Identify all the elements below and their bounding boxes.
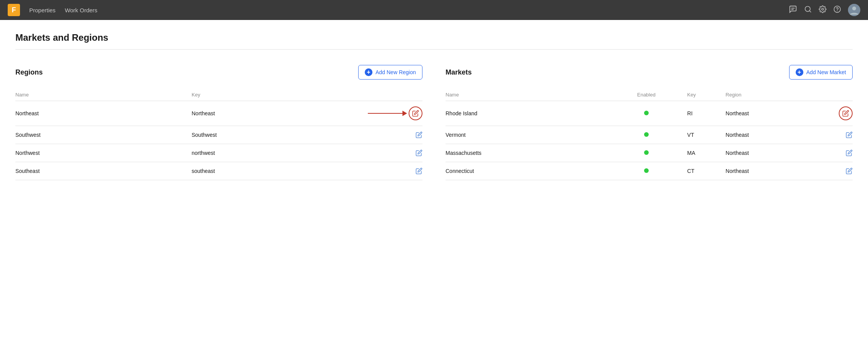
regions-column: Regions + Add New Region Name Key Northe… bbox=[15, 65, 422, 180]
add-new-market-button[interactable]: + Add New Market bbox=[789, 65, 853, 80]
edit-icon[interactable] bbox=[416, 149, 422, 156]
add-market-label: Add New Market bbox=[806, 69, 846, 75]
markets-section-header: Markets + Add New Market bbox=[446, 65, 853, 80]
table-row: Northwestnorthwest bbox=[15, 144, 422, 162]
page-title: Markets and Regions bbox=[15, 32, 853, 43]
edit-icon-highlighted[interactable] bbox=[839, 106, 853, 120]
status-dot bbox=[644, 111, 649, 115]
table-row: NortheastNortheast bbox=[15, 101, 422, 126]
arrow-line bbox=[368, 113, 402, 114]
region-name: Northwest bbox=[15, 144, 192, 162]
market-region: Northeast bbox=[726, 144, 830, 162]
market-region: Northeast bbox=[726, 162, 830, 180]
markets-col-enabled: Enabled bbox=[606, 89, 687, 101]
market-key: MA bbox=[687, 144, 726, 162]
edit-icon-highlighted[interactable] bbox=[409, 106, 422, 120]
market-key: CT bbox=[687, 162, 726, 180]
add-market-plus-icon: + bbox=[796, 68, 803, 76]
nav-work-orders[interactable]: Work Orders bbox=[65, 7, 97, 13]
region-name: Southwest bbox=[15, 126, 192, 144]
arrow-annotation bbox=[368, 111, 409, 116]
market-edit-cell bbox=[830, 144, 853, 162]
market-name: Massachusetts bbox=[446, 144, 606, 162]
regions-section-header: Regions + Add New Region bbox=[15, 65, 422, 80]
svg-point-4 bbox=[852, 7, 856, 10]
page-content: Markets and Regions Regions + Add New Re… bbox=[0, 20, 868, 342]
edit-icon[interactable] bbox=[846, 168, 853, 174]
add-region-plus-icon: + bbox=[365, 68, 372, 76]
region-name: Southeast bbox=[15, 162, 192, 180]
market-key: RI bbox=[687, 101, 726, 126]
market-name: Vermont bbox=[446, 126, 606, 144]
region-key: northwest bbox=[192, 144, 368, 162]
region-key: Southwest bbox=[192, 126, 368, 144]
edit-icon[interactable] bbox=[846, 149, 853, 156]
market-edit-cell bbox=[830, 101, 853, 126]
regions-col-key: Key bbox=[192, 89, 368, 101]
market-edit-cell bbox=[830, 126, 853, 144]
markets-col-region: Region bbox=[726, 89, 830, 101]
market-key: VT bbox=[687, 126, 726, 144]
top-navigation: F Properties Work Orders bbox=[0, 0, 868, 20]
market-enabled bbox=[606, 126, 687, 144]
markets-title: Markets bbox=[446, 68, 472, 76]
help-icon[interactable] bbox=[833, 5, 841, 15]
regions-title: Regions bbox=[15, 68, 43, 76]
search-icon[interactable] bbox=[804, 5, 812, 15]
table-row: ConnecticutCTNortheast bbox=[446, 162, 853, 180]
avatar[interactable] bbox=[848, 4, 860, 16]
settings-icon[interactable] bbox=[819, 5, 826, 15]
market-enabled bbox=[606, 101, 687, 126]
table-row: MassachusettsMANortheast bbox=[446, 144, 853, 162]
markets-col-key: Key bbox=[687, 89, 726, 101]
add-region-label: Add New Region bbox=[376, 69, 416, 75]
table-row: VermontVTNortheast bbox=[446, 126, 853, 144]
app-logo: F bbox=[8, 4, 20, 16]
status-dot bbox=[644, 168, 649, 173]
table-row: Rhode IslandRINortheast bbox=[446, 101, 853, 126]
market-edit-cell bbox=[830, 162, 853, 180]
region-key: Northeast bbox=[192, 101, 368, 126]
markets-table: Name Enabled Key Region Rhode IslandRINo… bbox=[446, 89, 853, 180]
two-column-layout: Regions + Add New Region Name Key Northe… bbox=[15, 65, 853, 180]
nav-links: Properties Work Orders bbox=[29, 7, 780, 13]
region-name: Northeast bbox=[15, 101, 192, 126]
edit-icon[interactable] bbox=[416, 131, 422, 138]
page-divider bbox=[15, 49, 853, 50]
nav-properties[interactable]: Properties bbox=[29, 7, 55, 13]
table-row: SouthwestSouthwest bbox=[15, 126, 422, 144]
arrow-head bbox=[402, 111, 407, 116]
market-name: Connecticut bbox=[446, 162, 606, 180]
region-key: southeast bbox=[192, 162, 368, 180]
market-name: Rhode Island bbox=[446, 101, 606, 126]
market-region: Northeast bbox=[726, 101, 830, 126]
edit-icon[interactable] bbox=[846, 131, 853, 138]
add-new-region-button[interactable]: + Add New Region bbox=[358, 65, 422, 80]
market-enabled bbox=[606, 144, 687, 162]
topnav-right bbox=[789, 4, 860, 16]
status-dot bbox=[644, 132, 649, 137]
regions-col-name: Name bbox=[15, 89, 192, 101]
status-dot bbox=[644, 150, 649, 155]
markets-column: Markets + Add New Market Name Enabled Ke… bbox=[446, 65, 853, 180]
region-edit-cell bbox=[368, 101, 422, 126]
markets-col-name: Name bbox=[446, 89, 606, 101]
table-row: Southeastsoutheast bbox=[15, 162, 422, 180]
edit-icon[interactable] bbox=[416, 168, 422, 174]
regions-table: Name Key NortheastNortheast SouthwestSou… bbox=[15, 89, 422, 180]
svg-point-1 bbox=[822, 8, 824, 10]
region-edit-cell bbox=[368, 162, 422, 180]
market-region: Northeast bbox=[726, 126, 830, 144]
chat-icon[interactable] bbox=[789, 5, 797, 15]
region-edit-cell bbox=[368, 126, 422, 144]
region-edit-cell bbox=[368, 144, 422, 162]
market-enabled bbox=[606, 162, 687, 180]
